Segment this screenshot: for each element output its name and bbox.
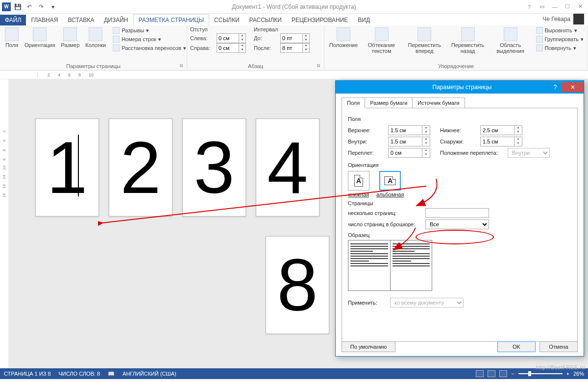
group-page-setup: Поля Ориентация Размер Колонки Разрывы ▾… [0,25,187,70]
page-thumbnail[interactable]: 8 [266,236,329,334]
tab-design[interactable]: ДИЗАЙН [99,15,133,25]
default-button[interactable]: По умолчанию [342,341,395,352]
minimize-icon[interactable]: — [549,2,561,11]
align-button[interactable]: Выровнять ▾ [535,26,585,34]
spacing-before-spinner[interactable]: ▲▼ [280,33,310,43]
ribbon-collapse-icon[interactable]: ▭ [536,2,548,11]
window-title: Документ1 - Word (Сбой активации продукт… [232,3,356,10]
multi-pages-select[interactable]: Брошюра [425,208,489,218]
bring-forward-button[interactable]: Переместить вперед [403,26,446,55]
dialog-tab-source[interactable]: Источник бумаги [412,97,465,108]
status-word-count[interactable]: ЧИСЛО СЛОВ: 8 [59,371,100,377]
margin-bottom-field[interactable]: ▲▼ [480,125,522,135]
rotate-button[interactable]: Повернуть ▾ [535,44,585,52]
line-numbers-button[interactable]: Номера строк ▾ [112,35,187,43]
line-numbers-icon [113,36,120,43]
horizontal-ruler[interactable]: ⋮246810 [0,71,588,79]
dialog-tab-margins[interactable]: Поля [342,97,365,108]
view-print-icon[interactable] [488,370,495,377]
qat-customize-icon[interactable]: ▾ [48,2,58,12]
spacing-after-label: После: [254,45,278,51]
page-thumbnail[interactable]: 2 [109,119,172,216]
status-page[interactable]: СТРАНИЦА 1 ИЗ 8 [4,371,51,377]
bring-forward-icon [417,27,431,41]
zoom-out-icon[interactable]: − [511,371,514,377]
rotate-icon [536,45,543,51]
margin-gutter-field[interactable]: ▲▼ [388,148,430,158]
zoom-in-icon[interactable]: + [566,371,569,377]
user-account[interactable]: Че Гевара [539,13,588,25]
send-backward-button[interactable]: Переместить назад [448,26,488,55]
tab-review[interactable]: РЕЦЕНЗИРОВАНИЕ [287,15,353,25]
orientation-landscape[interactable]: Aальбомная [376,171,404,197]
status-language[interactable]: АНГЛИЙСКИЙ (США) [122,371,176,377]
dialog-launcher-icon[interactable]: ⧉ [317,63,323,69]
margin-outside-field[interactable]: ▲▼ [480,137,522,146]
margin-inside-field[interactable]: ▲▼ [388,137,430,146]
spacing-before-label: До: [254,35,278,41]
booklet-sheets-select[interactable]: Все [425,219,489,229]
position-button[interactable]: Положение [327,26,360,49]
page-thumbnail[interactable]: 1 [35,119,99,216]
margins-icon [5,27,19,41]
group-label: Параметры страницы [3,63,184,70]
group-paragraph: Отступ Слева:▲▼ Справа:▲▼ Интервал До:▲▼… [187,25,324,70]
redo-icon[interactable]: ↷ [36,2,46,12]
selection-pane-button[interactable]: Область выделения [490,26,531,55]
tab-references[interactable]: ССЫЛКИ [209,15,244,25]
indent-right-spinner[interactable]: ▲▼ [217,43,246,53]
close-icon[interactable]: ✕ [574,2,586,11]
tab-page-layout[interactable]: РАЗМЕТКА СТРАНИЦЫ [133,14,210,25]
group-label: Абзац [190,63,321,70]
dialog-help-icon[interactable]: ? [548,82,562,92]
tab-view[interactable]: ВИД [353,15,375,25]
group-button[interactable]: Группировать ▾ [535,35,585,43]
margin-outside-label: Снаружи: [440,139,475,144]
zoom-level[interactable]: 26% [573,371,584,377]
view-read-icon[interactable] [476,370,484,377]
margins-button[interactable]: Поля [3,26,21,49]
maximize-icon[interactable]: ☐ [562,2,573,11]
margin-top-field[interactable]: ▲▼ [388,125,430,135]
orientation-button[interactable]: Ориентация [23,26,57,49]
size-button[interactable]: Размер [59,26,81,49]
title-bar: W 💾 ↶ ↷ ▾ Документ1 - Word (Сбой активац… [0,0,588,14]
tab-insert[interactable]: ВСТАВКА [63,15,99,25]
cancel-button[interactable]: Отмена [539,341,578,352]
orientation-portrait[interactable]: Aкнижная [348,171,369,197]
dialog-close-icon[interactable]: ✕ [562,82,584,92]
page-setup-dialog: Параметры страницы ? ✕ Поля Размер бумаг… [335,80,584,357]
wrap-text-button[interactable]: Обтекание текстом [362,26,401,55]
view-web-icon[interactable] [499,370,507,377]
undo-icon[interactable]: ↶ [24,2,34,12]
status-spellcheck-icon[interactable]: 📖 [108,371,115,377]
dialog-launcher-icon[interactable]: ⧉ [180,63,186,69]
margin-gutter-label: Переплет: [348,150,383,156]
group-label: Упорядочение [327,63,585,70]
save-icon[interactable]: 💾 [13,2,23,12]
spacing-after-spinner[interactable]: ▲▼ [280,43,310,53]
spacing-title: Интервал [254,26,310,32]
vertical-ruler[interactable]: 246810141618 [0,79,9,368]
page-thumbnail[interactable]: 4 [256,119,319,216]
page-thumbnail[interactable]: 3 [182,119,246,216]
breaks-button[interactable]: Разрывы ▾ [112,26,187,34]
apply-to-label: Применить: [348,300,385,306]
user-name: Че Гевара [542,16,570,23]
tab-home[interactable]: ГЛАВНАЯ [26,15,63,25]
hyphenation-button[interactable]: Расстановка переносов ▾ [112,44,187,52]
multi-pages-label: несколько страниц: [348,210,420,216]
indent-title: Отступ [190,26,246,32]
zoom-slider[interactable] [518,373,563,374]
indent-left-spinner[interactable]: ▲▼ [217,33,246,43]
dialog-tab-paper[interactable]: Размер бумаги [365,97,413,108]
send-backward-icon [461,27,475,41]
columns-button[interactable]: Колонки [83,26,108,49]
ok-button[interactable]: OK [497,341,536,352]
dialog-title-bar[interactable]: Параметры страницы ? ✕ [336,81,584,94]
help-icon[interactable]: ? [523,2,535,11]
tab-mailings[interactable]: РАССЫЛКИ [245,15,287,25]
tab-file[interactable]: ФАЙЛ [0,15,26,25]
avatar [573,14,584,24]
preview-section-title: Образец [348,232,571,238]
